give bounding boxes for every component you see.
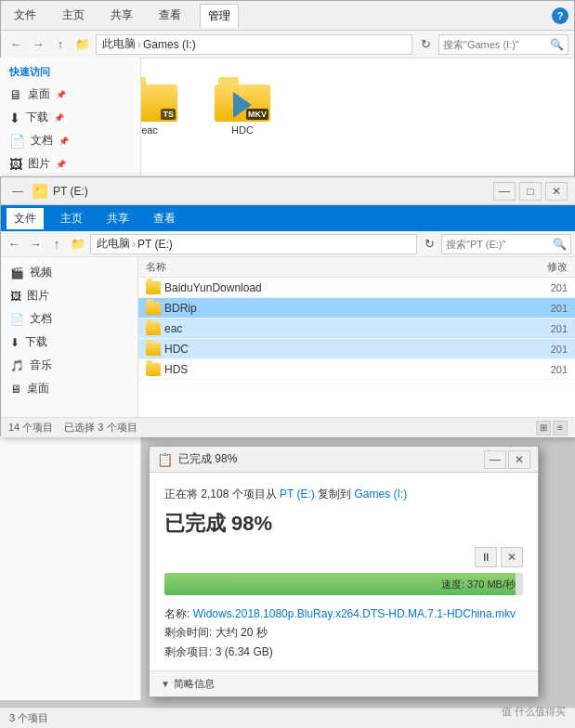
pt-pics-icon: 🖼 [10, 290, 21, 303]
cancel-copy-btn[interactable]: ✕ [501, 547, 523, 567]
desktop-icon: 🖥 [9, 87, 22, 102]
list-item-bdstrip[interactable]: BDRip 201 [138, 298, 575, 318]
pt-search-icon: 🔍 [553, 238, 567, 251]
pt-nav-music[interactable]: 🎵 音乐 [1, 354, 137, 377]
location-icon: 📁 [73, 35, 92, 54]
pt-up-btn[interactable]: ↑ [47, 235, 66, 254]
dialog-copy-icon: 📋 [157, 452, 173, 467]
detail-time-row: 剩余时间: 大约 20 秒 [164, 623, 523, 642]
pt-nav-docs[interactable]: 📄 文档 [1, 307, 137, 331]
nav-docs[interactable]: 📄 文档 📌 [0, 129, 140, 152]
pt-minimize-btn[interactable]: — [493, 182, 516, 201]
pt-nav-desktop[interactable]: 🖥 桌面 [1, 377, 137, 400]
watermark: 值 什么值得买 [502, 705, 566, 719]
pt-explorer-window: — 📁 PT (E:) — □ ✕ 文件 主页 共享 查看 ← → ↑ 📁 此电… [0, 176, 575, 436]
nav-pics[interactable]: 🖼 图片 📌 [0, 152, 140, 176]
tab-share[interactable]: 共享 [103, 4, 140, 27]
copy-from-link[interactable]: PT (E:) [280, 488, 315, 500]
copy-middle-text: 复制到 [318, 488, 351, 500]
help-icon[interactable]: ? [552, 7, 568, 24]
pt-ribbon: 文件 主页 共享 查看 [1, 205, 575, 231]
small-folder-icon [146, 281, 161, 294]
item-date: 201 [493, 303, 568, 314]
list-item-hds[interactable]: HDS 201 [138, 359, 575, 380]
address-bar: ← → ↑ 📁 此电脑 › Games (I:) ↻ 🔍 [1, 31, 574, 58]
pt-tab-home[interactable]: 主页 [53, 208, 90, 229]
pt-total-count: 14 个项目 [8, 421, 53, 435]
nav-pics-label: 图片 [28, 156, 50, 172]
expand-btn[interactable]: ▼ 简略信息 [161, 677, 215, 691]
pt-maximize-btn[interactable]: □ [519, 182, 542, 201]
search-icon: 🔍 [550, 38, 564, 51]
search-input[interactable] [443, 39, 548, 50]
progress-dialog: 📋 已完成 98% — ✕ 正在将 2,108 个项目从 PT (E:) 复制到… [149, 446, 539, 697]
pt-forward-btn[interactable]: → [26, 235, 45, 254]
nav-desktop[interactable]: 🖥 桌面 📌 [0, 83, 140, 106]
pt-nav-pics[interactable]: 🖼 图片 [1, 284, 137, 307]
nav-desktop-label: 桌面 [28, 86, 50, 102]
detail-items-row: 剩余项目: 3 (6.34 GB) [164, 643, 523, 661]
pt-docs-icon: 📄 [10, 313, 24, 326]
pt-nav-dl[interactable]: ⬇ 下载 [1, 331, 137, 354]
tab-manage[interactable]: 管理 [200, 4, 239, 28]
folder-body: MKV [215, 84, 270, 122]
address-path[interactable]: 此电脑 › Games (I:) [96, 34, 412, 55]
tab-file[interactable]: 文件 [7, 4, 44, 27]
folder-badge: TS [161, 109, 176, 120]
col-date-header: 修改 [493, 260, 568, 274]
pt-search-box: 🔍 [441, 234, 571, 254]
list-item-hdc[interactable]: HDC 201 [138, 339, 575, 359]
nav-download[interactable]: ⬇ 下载 📌 [0, 106, 140, 129]
pause-btn[interactable]: ⏸ [475, 547, 497, 567]
pt-tab-share[interactable]: 共享 [99, 208, 137, 229]
pt-close-btn[interactable]: ✕ [545, 182, 568, 201]
item-name: BDRip [164, 302, 490, 315]
path-drive: Games (I:) [143, 38, 196, 51]
refresh-button[interactable]: ↻ [416, 35, 435, 54]
pt-nav-video[interactable]: 🎬 视频 [1, 261, 137, 284]
pt-tab-view[interactable]: 查看 [146, 208, 183, 229]
list-item-baidu[interactable]: BaiduYunDownload 201 [138, 278, 575, 298]
pin-icon: 📌 [56, 160, 66, 169]
dialog-title-text: 已完成 98% [178, 451, 478, 467]
pt-refresh-btn[interactable]: ↻ [420, 235, 438, 254]
progress-bar-outer: 速度: 370 MB/秒 [164, 573, 523, 595]
pt-tab-file[interactable]: 文件 [7, 208, 44, 229]
pt-address-path[interactable]: 此电脑 › PT (E:) [90, 234, 417, 254]
pt-path-computer: 此电脑 [97, 236, 130, 252]
col-name-header: 名称 [146, 260, 493, 274]
pt-selected-count: 已选择 3 个项目 [64, 421, 137, 435]
dialog-close-btn[interactable]: ✕ [508, 450, 530, 469]
forward-button[interactable]: → [29, 35, 47, 54]
pt-sidebar: 🎬 视频 🖼 图片 📄 文档 ⬇ 下载 🎵 音乐 🖥 桌面 [1, 257, 138, 417]
folder-tab [218, 77, 239, 84]
pics-icon: 🖼 [9, 157, 22, 172]
dialog-body: 正在将 2,108 个项目从 PT (E:) 复制到 Games (I:) 已完… [150, 473, 538, 670]
up-button[interactable]: ↑ [51, 35, 70, 54]
pt-desktop-label: 桌面 [27, 381, 49, 396]
pin-icon: 📌 [59, 136, 69, 146]
time-value: 大约 20 秒 [216, 626, 268, 639]
item-date: 201 [493, 282, 568, 293]
main-status-bar: 3 个项目 [0, 708, 575, 728]
back-button[interactable]: ← [7, 35, 25, 54]
pt-titlebar: — 📁 PT (E:) — □ ✕ [1, 177, 575, 205]
list-item-eac[interactable]: eac 201 [138, 318, 575, 339]
pt-loc-icon: 📁 [69, 235, 87, 254]
time-label: 剩余时间: [164, 626, 212, 639]
small-folder-icon [146, 302, 161, 315]
progress-controls: ⏸ ✕ [164, 547, 523, 567]
pt-search-input[interactable] [446, 239, 551, 250]
dialog-min-btn[interactable]: — [484, 450, 506, 469]
tab-view[interactable]: 查看 [151, 4, 189, 27]
pt-dl-icon: ⬇ [10, 336, 20, 349]
tab-home[interactable]: 主页 [55, 4, 92, 27]
dialog-footer[interactable]: ▼ 简略信息 [150, 670, 538, 696]
status-count: 3 个项目 [9, 711, 48, 725]
items-label: 剩余项目: [164, 645, 212, 658]
pt-back-btn[interactable]: ← [5, 235, 23, 254]
view-btn-2[interactable]: ≡ [553, 421, 568, 436]
view-btn-1[interactable]: ⊞ [536, 421, 551, 436]
copy-to-link[interactable]: Games (I:) [355, 488, 408, 500]
pt-status-bar: 14 个项目 已选择 3 个项目 ⊞ ≡ [1, 417, 575, 437]
